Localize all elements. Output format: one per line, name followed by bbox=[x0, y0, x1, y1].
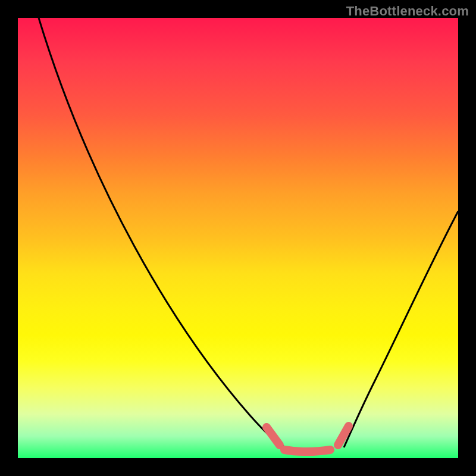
left-curve bbox=[39, 18, 286, 447]
curve-layer bbox=[18, 18, 458, 458]
pink-left-tick bbox=[267, 427, 280, 445]
right-curve bbox=[344, 211, 458, 447]
pink-bottom-segment bbox=[284, 450, 330, 452]
chart-container: TheBottleneck.com bbox=[0, 0, 476, 476]
watermark: TheBottleneck.com bbox=[346, 4, 469, 19]
